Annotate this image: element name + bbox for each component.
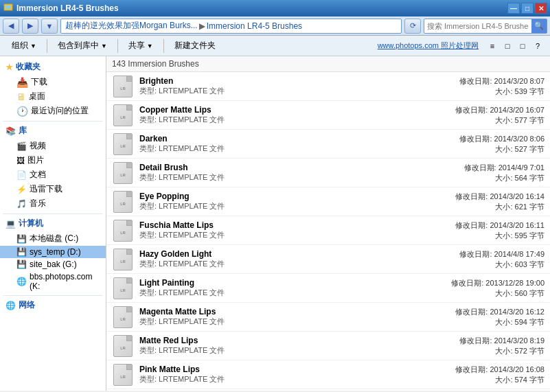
website-link[interactable]: www.photops.com 照片处理网: [378, 41, 479, 51]
file-date: 修改日期: 2014/3/20 8:06: [421, 134, 545, 144]
desktop-icon: 🖥: [16, 91, 26, 102]
table-row[interactable]: LR Hazy Golden Light 类型: LRTEMPLATE 文件 修…: [106, 245, 550, 274]
lrtemplate-file-icon: LR: [113, 249, 133, 270]
lrtemplate-file-icon: LR: [113, 364, 133, 386]
table-row[interactable]: LR Light Painting 类型: LRTEMPLATE 文件 修改日期…: [106, 274, 550, 303]
sidebar-item-pictures[interactable]: 🖼 图片: [0, 153, 106, 168]
documents-icon: 📄: [16, 170, 27, 180]
new-folder-button[interactable]: 新建文件夹: [168, 37, 222, 54]
file-name: Matte Red Lips: [139, 336, 421, 345]
table-row[interactable]: LR Fuschia Matte Lips 类型: LRTEMPLATE 文件 …: [106, 216, 550, 245]
music-icon: 🎵: [16, 199, 27, 209]
sidebar-item-desktop[interactable]: 🖥 桌面: [0, 89, 106, 104]
view-toggle-button[interactable]: □: [516, 39, 529, 53]
main-content: ★ 收藏夹 📥 下载 🖥 桌面 🕐 最近访问的位置 📚 库: [0, 56, 550, 391]
share-button[interactable]: 共享 ▼: [122, 37, 159, 54]
table-row[interactable]: LR Eye Popping 类型: LRTEMPLATE 文件 修改日期: 2…: [106, 187, 550, 216]
include-library-button[interactable]: 包含到库中 ▼: [51, 37, 113, 54]
network-drive-icon: 🌐: [16, 277, 27, 286]
lrtemplate-file-icon: LR: [113, 220, 133, 242]
share-dropdown-icon: ▼: [147, 43, 153, 49]
g-drive-icon: 💾: [16, 260, 27, 269]
file-meta: 修改日期: 2014/3/20 16:12 大小: 594 字节: [421, 307, 545, 327]
table-row[interactable]: LR Copper Matte Lips 类型: LRTEMPLATE 文件 修…: [106, 101, 550, 130]
file-icon: LR: [112, 220, 134, 242]
table-row[interactable]: LR Darken 类型: LRTEMPLATE 文件 修改日期: 2014/3…: [106, 130, 550, 159]
sidebar-item-network-drive[interactable]: 🌐 bbs.photops.com (K:: [0, 270, 106, 292]
computer-section: 💻 计算机 💾 本地磁盘 (C:) 💾 sys_temp (D:) 💾 site…: [0, 216, 106, 292]
sidebar-item-xunlei[interactable]: ⚡ 迅雷下载: [0, 182, 106, 196]
file-info: Matte Red Lips 类型: LRTEMPLATE 文件: [139, 336, 421, 356]
file-date: 修改日期: 2014/3/20 16:14: [421, 192, 545, 202]
sidebar-item-c-drive[interactable]: 💾 本地磁盘 (C:): [0, 231, 106, 246]
toolbar-separator-2: [117, 39, 118, 53]
sidebar-item-downloads[interactable]: 📥 下载: [0, 75, 106, 89]
forward-button[interactable]: ▶: [22, 19, 38, 34]
file-meta: 修改日期: 2014/3/20 16:07 大小: 577 字节: [421, 105, 545, 126]
table-row[interactable]: LR Detail Brush 类型: LRTEMPLATE 文件 修改日期: …: [106, 159, 550, 187]
file-size: 大小: 564 字节: [421, 173, 545, 183]
view-size-button[interactable]: □: [501, 39, 514, 53]
close-button[interactable]: ✕: [535, 3, 547, 14]
file-size: 大小: 560 字节: [421, 288, 545, 299]
favorites-label: 收藏夹: [16, 61, 41, 73]
sidebar-item-recent[interactable]: 🕐 最近访问的位置: [0, 104, 106, 118]
table-row[interactable]: LR Pink Matte Lips 类型: LRTEMPLATE 文件 修改日…: [106, 360, 550, 389]
file-size: 大小: 621 字节: [421, 202, 545, 212]
search-box[interactable]: 🔍: [424, 19, 547, 34]
file-date: 修改日期: 2013/12/28 19:00: [421, 278, 545, 288]
lrtemplate-file-icon: LR: [113, 162, 133, 184]
sidebar-item-g-drive[interactable]: 💾 site_bak (G:): [0, 258, 106, 270]
file-info: Darken 类型: LRTEMPLATE 文件: [139, 134, 421, 154]
path-segment-1[interactable]: 超棒的逆光效果加强Morgan Burks...: [65, 20, 198, 32]
search-button[interactable]: 🔍: [531, 19, 547, 33]
file-name: Detail Brush: [139, 163, 421, 172]
file-size: 大小: 527 字节: [421, 144, 545, 154]
maximize-button[interactable]: □: [521, 3, 534, 14]
table-row[interactable]: LR Magenta Matte Lips 类型: LRTEMPLATE 文件 …: [106, 303, 550, 332]
table-row[interactable]: LR Brighten 类型: LRTEMPLATE 文件 修改日期: 2014…: [106, 72, 550, 101]
dropdown-button[interactable]: ▼: [41, 19, 58, 34]
minimize-button[interactable]: —: [507, 3, 520, 14]
view-icons: ≡ □ □ ?: [485, 39, 545, 53]
file-list[interactable]: 143 Immersion Brushes LR Brighten 类型: LR…: [106, 56, 550, 391]
sidebar-divider-1: [3, 121, 103, 122]
address-path[interactable]: 超棒的逆光效果加强Morgan Burks... ▶ Immersion LR4…: [60, 19, 402, 34]
lrtemplate-file-icon: LR: [113, 306, 133, 328]
organize-button[interactable]: 组织 ▼: [5, 37, 43, 54]
file-icon: LR: [112, 249, 134, 270]
search-input[interactable]: [424, 22, 531, 30]
sidebar-item-music[interactable]: 🎵 音乐: [0, 196, 106, 211]
list-view-button[interactable]: ≡: [485, 39, 499, 53]
pictures-label: 图片: [27, 154, 44, 166]
network-label: 网络: [19, 299, 35, 311]
file-name: Copper Matte Lips: [139, 105, 421, 115]
lrtemplate-file-icon: LR: [113, 104, 133, 126]
sidebar-item-video[interactable]: 🎬 视频: [0, 139, 106, 153]
library-header[interactable]: 📚 库: [0, 123, 106, 139]
title-bar: Immersion LR4-5 Brushes — □ ✕: [0, 0, 550, 16]
help-button[interactable]: ?: [531, 39, 545, 53]
table-row[interactable]: LR Matte Red Lips 类型: LRTEMPLATE 文件 修改日期…: [106, 332, 550, 360]
sidebar-item-documents[interactable]: 📄 文档: [0, 168, 106, 182]
refresh-button[interactable]: ⟳: [404, 19, 421, 34]
file-size: 大小: 603 字节: [421, 260, 545, 270]
recent-label: 最近访问的位置: [31, 105, 89, 117]
file-type: 类型: LRTEMPLATE 文件: [139, 115, 421, 125]
computer-header[interactable]: 💻 计算机: [0, 216, 106, 231]
pictures-icon: 🖼: [16, 156, 25, 165]
back-button[interactable]: ◀: [3, 19, 19, 34]
music-label: 音乐: [30, 198, 46, 209]
file-size: 大小: 574 字节: [421, 375, 545, 385]
network-icon: 🌐: [5, 301, 16, 310]
file-info: Copper Matte Lips 类型: LRTEMPLATE 文件: [139, 105, 421, 125]
file-info: Light Painting 类型: LRTEMPLATE 文件: [139, 278, 421, 298]
sidebar-item-d-drive[interactable]: 💾 sys_temp (D:): [0, 246, 106, 258]
lrtemplate-file-icon: LR: [113, 277, 133, 299]
path-segment-2[interactable]: Immersion LR4-5 Brushes: [207, 21, 302, 31]
sidebar: ★ 收藏夹 📥 下载 🖥 桌面 🕐 最近访问的位置 📚 库: [0, 56, 106, 391]
file-info: Eye Popping 类型: LRTEMPLATE 文件: [139, 192, 421, 211]
favorites-header[interactable]: ★ 收藏夹: [0, 59, 106, 75]
file-size: 大小: 572 字节: [421, 346, 545, 356]
network-header[interactable]: 🌐 网络: [0, 297, 106, 313]
